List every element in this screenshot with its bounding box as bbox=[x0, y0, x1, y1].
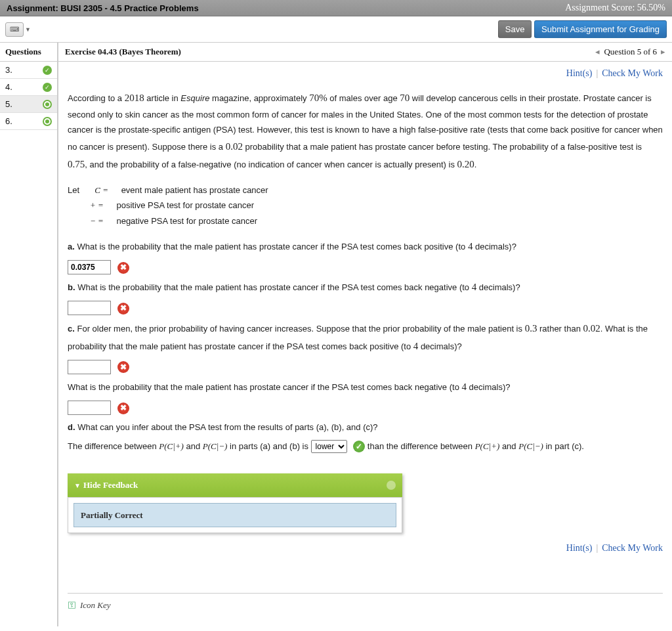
hints-link[interactable]: Hint(s) bbox=[566, 68, 593, 79]
question-row-5[interactable]: 5. bbox=[0, 96, 57, 113]
part-d-select[interactable]: lower bbox=[311, 440, 347, 453]
chevron-down-icon: ▼ bbox=[25, 26, 31, 33]
question-row-4[interactable]: 4. ✓ bbox=[0, 79, 57, 96]
part-c2-answer-row: ✖ bbox=[68, 400, 663, 415]
part-c1-input[interactable] bbox=[68, 360, 111, 374]
part-b-input[interactable] bbox=[68, 301, 111, 315]
question-row-6[interactable]: 6. bbox=[0, 113, 57, 130]
hints-link[interactable]: Hint(s) bbox=[566, 540, 593, 556]
status-correct-icon: ✓ bbox=[43, 66, 52, 75]
content-header: Exercise 04.43 (Bayes Theorem) ◂ Questio… bbox=[58, 43, 672, 62]
assignment-score: Assignment Score: 56.50% bbox=[565, 3, 665, 13]
collapse-icon: ▼ bbox=[74, 482, 81, 489]
part-c2-input[interactable] bbox=[68, 401, 111, 415]
let-definitions: Let C = event male patient has prostate … bbox=[68, 183, 663, 228]
part-a-answer-row: ✖ bbox=[68, 259, 663, 274]
check-work-link[interactable]: Check My Work bbox=[602, 68, 663, 79]
key-icon: ⚿ bbox=[68, 598, 76, 613]
status-correct-icon: ✓ bbox=[43, 83, 52, 92]
part-c1-answer-row: ✖ bbox=[68, 359, 663, 374]
icon-key[interactable]: ⚿ Icon Key bbox=[68, 593, 663, 613]
status-partial-icon bbox=[43, 117, 52, 126]
keyboard-menu[interactable]: ⌨ ▼ bbox=[5, 22, 31, 37]
part-c2-text: What is the probability that the male pa… bbox=[68, 378, 663, 396]
part-b-text: b. What is the probability that the male… bbox=[68, 278, 663, 296]
questions-panel: Questions 3. ✓ 4. ✓ 5. 6. bbox=[0, 43, 58, 626]
submit-button[interactable]: Submit Assignment for Grading bbox=[534, 20, 667, 38]
part-a-input[interactable] bbox=[68, 260, 111, 274]
feedback-status: Partially Correct bbox=[74, 503, 396, 527]
part-a-text: a. What is the probability that the male… bbox=[68, 238, 663, 255]
part-d-text: d. What can you infer about the PSA test… bbox=[68, 420, 663, 435]
save-button[interactable]: Save bbox=[498, 20, 532, 38]
feedback-box: ▼Hide Feedback Partially Correct bbox=[68, 473, 402, 533]
question-position: Question 5 of 6 bbox=[604, 47, 657, 57]
assignment-title: Assignment: BUSI 2305 - 4.5 Practice Pro… bbox=[7, 3, 199, 13]
feedback-header[interactable]: ▼Hide Feedback bbox=[68, 473, 402, 496]
assignment-header: Assignment: BUSI 2305 - 4.5 Practice Pro… bbox=[0, 0, 672, 16]
question-row-3[interactable]: 3. ✓ bbox=[0, 62, 57, 79]
part-d-sentence: The difference between P(C|+) and P(C|−)… bbox=[68, 439, 663, 454]
status-partial-icon bbox=[43, 100, 52, 109]
prev-question-button[interactable]: ◂ bbox=[595, 47, 600, 57]
problem-intro: According to a 2018 article in Esquire m… bbox=[68, 89, 663, 173]
wrong-icon: ✖ bbox=[117, 361, 129, 373]
toolbar: ⌨ ▼ Save Submit Assignment for Grading bbox=[0, 16, 672, 43]
top-linkbar: Hint(s) | Check My Work bbox=[58, 62, 672, 83]
correct-icon: ✓ bbox=[353, 441, 365, 452]
keyboard-icon: ⌨ bbox=[5, 22, 24, 37]
wrong-icon: ✖ bbox=[117, 262, 129, 274]
part-b-answer-row: ✖ bbox=[68, 300, 663, 315]
problem-body: According to a 2018 article in Esquire m… bbox=[58, 83, 672, 626]
next-question-button[interactable]: ▸ bbox=[661, 47, 665, 57]
part-c-text: c. For older men, the prior probability … bbox=[68, 320, 663, 355]
check-work-link[interactable]: Check My Work bbox=[602, 540, 663, 556]
questions-header: Questions bbox=[0, 43, 57, 62]
exercise-title: Exercise 04.43 (Bayes Theorem) bbox=[65, 47, 181, 57]
wrong-icon: ✖ bbox=[117, 303, 129, 315]
wrong-icon: ✖ bbox=[117, 403, 129, 414]
edit-icon[interactable] bbox=[387, 481, 396, 490]
bottom-linkbar: Hint(s) | Check My Work bbox=[68, 533, 663, 560]
